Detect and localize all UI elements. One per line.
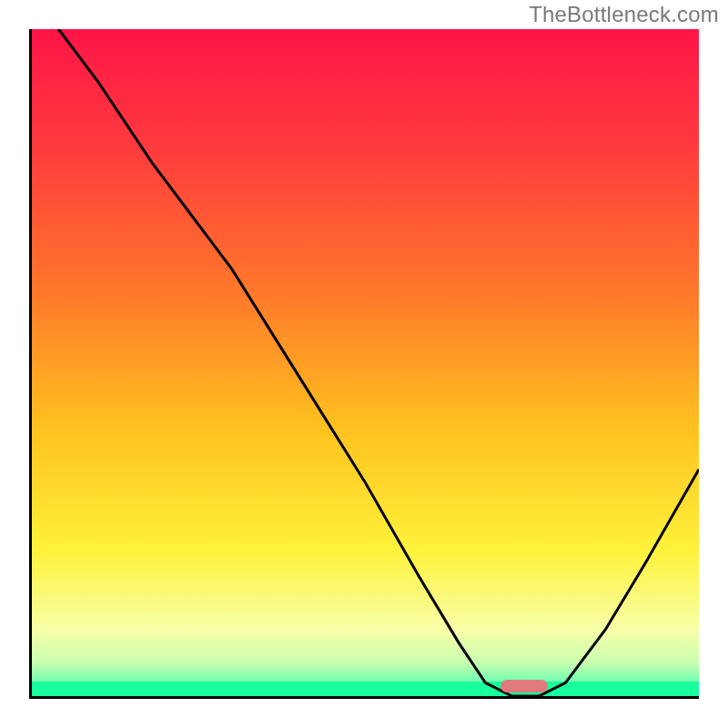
watermark-text: TheBottleneck.com [529, 2, 719, 27]
plot-area [29, 29, 699, 699]
bottleneck-curve [32, 29, 699, 696]
optimal-marker [500, 680, 548, 693]
chart-container: TheBottleneck.com [0, 0, 728, 728]
